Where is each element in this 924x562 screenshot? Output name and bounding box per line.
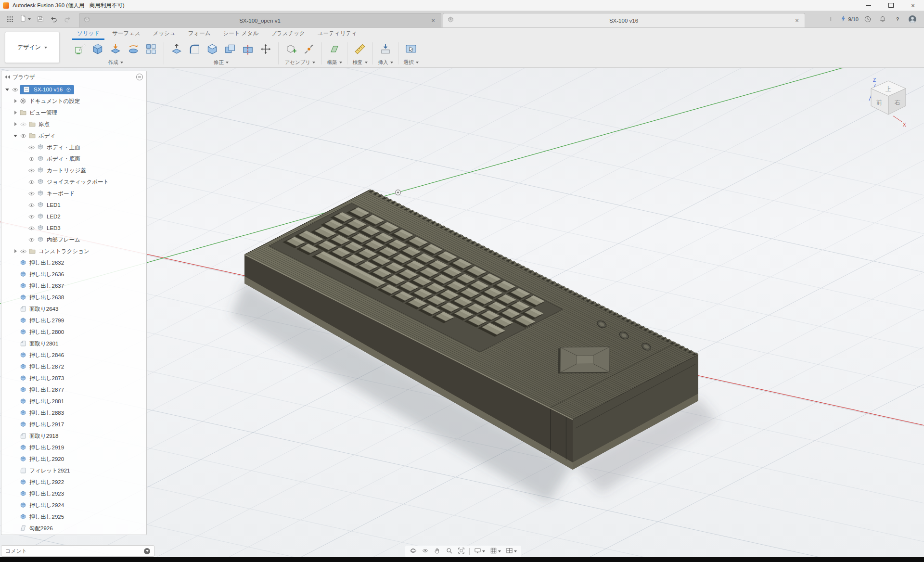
browser-row[interactable]: 押し出し2925	[1, 511, 146, 523]
browser-row[interactable]: 面取り2801	[1, 338, 146, 349]
browser-row[interactable]: ジョイスティックポート	[1, 176, 146, 188]
file-menu-button[interactable]	[17, 13, 33, 25]
undo-button[interactable]	[48, 13, 60, 25]
user-avatar[interactable]	[906, 13, 918, 25]
tool-joint-button[interactable]	[301, 41, 317, 57]
browser-row[interactable]: 押し出し2883	[1, 407, 146, 419]
tool-box-button[interactable]	[90, 41, 106, 57]
visibility-eye-icon[interactable]	[27, 225, 36, 232]
tool-insert-button[interactable]	[377, 41, 394, 57]
tool-select-button[interactable]	[403, 41, 419, 57]
browser-row[interactable]: 面取り2643	[1, 303, 146, 315]
visibility-eye-icon[interactable]	[11, 86, 20, 93]
grid-settings-button[interactable]	[488, 547, 503, 556]
browser-row[interactable]: 押し出し2846	[1, 349, 146, 361]
browser-row[interactable]: 押し出し2920	[1, 453, 146, 465]
tool-create-sketch-button[interactable]	[72, 41, 88, 57]
activate-radio-icon[interactable]	[65, 87, 72, 93]
expand-arrow-icon[interactable]	[14, 122, 17, 126]
visibility-eye-icon[interactable]	[27, 144, 36, 151]
visibility-eye-icon[interactable]	[27, 179, 36, 186]
pan-tool-button[interactable]	[432, 547, 443, 556]
visibility-eye-icon[interactable]	[27, 190, 36, 197]
comment-bar[interactable]: コメント	[1, 545, 154, 557]
visibility-eye-icon[interactable]	[27, 236, 36, 243]
browser-row[interactable]: 面取り2918	[1, 430, 146, 442]
browser-row[interactable]: LED3	[1, 222, 146, 234]
tool-construction-plane-button[interactable]	[326, 41, 343, 57]
browser-row[interactable]: カートリッジ蓋	[1, 165, 146, 176]
browser-row[interactable]: ボディ・底面	[1, 153, 146, 165]
tool-split-button[interactable]	[240, 41, 256, 57]
tool-fillet-button[interactable]	[186, 41, 203, 57]
data-panel-button[interactable]	[4, 13, 16, 25]
ribbon-tab-1[interactable]: ソリッド	[72, 28, 104, 40]
visibility-eye-icon[interactable]	[27, 213, 36, 220]
tool-group-7-dropdown[interactable]: 選択	[404, 59, 419, 66]
browser-row[interactable]: 押し出し2638	[1, 292, 146, 303]
viewcube[interactable]: ZX上前右	[860, 74, 917, 132]
tool-group-2-dropdown[interactable]: 修正	[214, 59, 229, 66]
browser-row[interactable]: 押し出し2632	[1, 257, 146, 268]
help-button[interactable]: ?	[891, 13, 903, 25]
tool-measure-button[interactable]	[352, 41, 368, 57]
visibility-eye-icon[interactable]	[19, 132, 28, 140]
expand-arrow-icon[interactable]	[14, 111, 17, 115]
close-button[interactable]: ×	[902, 0, 924, 11]
tool-group-1-dropdown[interactable]: 作成	[108, 59, 123, 66]
tool-group-4-dropdown[interactable]: 構築	[327, 59, 342, 66]
collapse-arrow-icon[interactable]	[13, 135, 17, 137]
expand-arrow-icon[interactable]	[14, 99, 17, 103]
look-at-tool-button[interactable]	[420, 547, 431, 556]
tool-group-6-dropdown[interactable]: 挿入	[378, 59, 393, 66]
tool-extrude-button[interactable]	[107, 41, 124, 57]
browser-row[interactable]: SX-100 v16	[1, 84, 146, 95]
browser-row[interactable]: 押し出し2881	[1, 396, 146, 407]
minimize-button[interactable]	[858, 0, 880, 11]
job-status-button[interactable]: 9/10	[840, 15, 859, 23]
ribbon-tab-7[interactable]: ユーティリティ	[313, 28, 362, 40]
fit-view-tool-button[interactable]	[456, 547, 467, 556]
browser-row[interactable]: LED2	[1, 211, 146, 222]
tool-group-3-dropdown[interactable]: アセンブリ	[285, 59, 316, 66]
visibility-eye-icon[interactable]	[27, 155, 36, 163]
browser-row[interactable]: 押し出し2877	[1, 384, 146, 396]
browser-row[interactable]: LED1	[1, 199, 146, 211]
maximize-button[interactable]	[880, 0, 902, 11]
browser-row[interactable]: フィレット2921	[1, 465, 146, 476]
ribbon-tab-6[interactable]: プラスチック	[266, 28, 310, 40]
browser-row[interactable]: ボディ・上面	[1, 141, 146, 153]
visibility-eye-icon[interactable]	[19, 248, 28, 255]
tool-revolve-button[interactable]	[125, 41, 141, 57]
browser-options-button[interactable]	[136, 74, 143, 80]
visibility-eye-icon[interactable]	[27, 167, 36, 174]
browser-row[interactable]: 押し出し2873	[1, 372, 146, 384]
notifications-bell-button[interactable]	[876, 13, 888, 25]
ribbon-tab-2[interactable]: サーフェス	[107, 28, 145, 40]
design-type-menu[interactable]: デザイン	[5, 32, 60, 63]
save-button[interactable]	[34, 13, 46, 25]
tool-combine-button[interactable]	[222, 41, 238, 57]
new-tab-button[interactable]	[825, 13, 837, 25]
browser-row[interactable]: コンストラクション	[1, 245, 146, 257]
tool-move-button[interactable]	[257, 41, 274, 57]
browser-row[interactable]: 押し出し2919	[1, 442, 146, 453]
browser-row[interactable]: 押し出し2917	[1, 419, 146, 430]
collapse-arrow-icon[interactable]	[5, 89, 9, 91]
tool-press-pull-button[interactable]	[168, 41, 185, 57]
document-tab-1[interactable]: SX-100_open v1×	[79, 13, 441, 27]
browser-row[interactable]: 押し出し2922	[1, 476, 146, 488]
browser-row[interactable]: キーボード	[1, 188, 146, 199]
display-settings-button[interactable]	[472, 547, 487, 556]
ribbon-tab-5[interactable]: シート メタル	[218, 28, 264, 40]
browser-row[interactable]: 内部フレーム	[1, 234, 146, 245]
tool-shell-button[interactable]	[204, 41, 220, 57]
document-tab-2[interactable]: SX-100 v16×	[443, 13, 805, 27]
comment-collapse-icon[interactable]	[144, 548, 150, 554]
ribbon-tab-4[interactable]: フォーム	[183, 28, 216, 40]
browser-row[interactable]: 押し出し2800	[1, 326, 146, 338]
zoom-tool-button[interactable]	[444, 547, 455, 556]
browser-row[interactable]: ドキュメントの設定	[1, 95, 146, 107]
browser-row[interactable]: 押し出し2637	[1, 280, 146, 292]
browser-row[interactable]: 原点	[1, 118, 146, 130]
